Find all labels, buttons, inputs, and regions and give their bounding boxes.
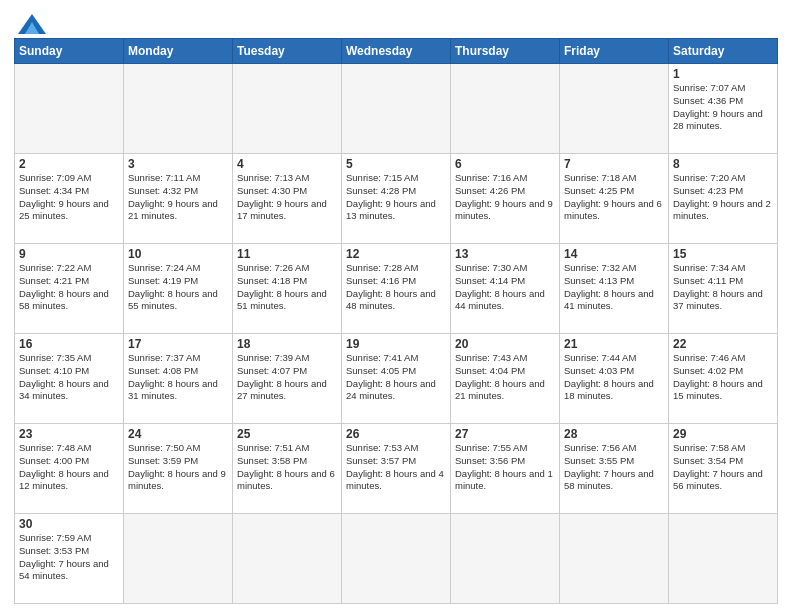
day-info: Sunrise: 7:46 AM Sunset: 4:02 PM Dayligh… xyxy=(673,352,773,403)
day-number: 4 xyxy=(237,157,337,171)
day-number: 11 xyxy=(237,247,337,261)
calendar-cell xyxy=(560,514,669,604)
calendar-cell: 19Sunrise: 7:41 AM Sunset: 4:05 PM Dayli… xyxy=(342,334,451,424)
day-info: Sunrise: 7:20 AM Sunset: 4:23 PM Dayligh… xyxy=(673,172,773,223)
day-number: 28 xyxy=(564,427,664,441)
day-number: 25 xyxy=(237,427,337,441)
calendar-cell: 24Sunrise: 7:50 AM Sunset: 3:59 PM Dayli… xyxy=(124,424,233,514)
calendar-cell: 23Sunrise: 7:48 AM Sunset: 4:00 PM Dayli… xyxy=(15,424,124,514)
day-info: Sunrise: 7:50 AM Sunset: 3:59 PM Dayligh… xyxy=(128,442,228,493)
day-info: Sunrise: 7:22 AM Sunset: 4:21 PM Dayligh… xyxy=(19,262,119,313)
day-number: 16 xyxy=(19,337,119,351)
calendar-cell xyxy=(342,64,451,154)
calendar-cell xyxy=(124,64,233,154)
day-header-friday: Friday xyxy=(560,39,669,64)
day-info: Sunrise: 7:09 AM Sunset: 4:34 PM Dayligh… xyxy=(19,172,119,223)
day-info: Sunrise: 7:44 AM Sunset: 4:03 PM Dayligh… xyxy=(564,352,664,403)
day-info: Sunrise: 7:07 AM Sunset: 4:36 PM Dayligh… xyxy=(673,82,773,133)
day-info: Sunrise: 7:15 AM Sunset: 4:28 PM Dayligh… xyxy=(346,172,446,223)
calendar-cell: 13Sunrise: 7:30 AM Sunset: 4:14 PM Dayli… xyxy=(451,244,560,334)
day-number: 12 xyxy=(346,247,446,261)
calendar-cell xyxy=(451,64,560,154)
day-info: Sunrise: 7:28 AM Sunset: 4:16 PM Dayligh… xyxy=(346,262,446,313)
day-number: 29 xyxy=(673,427,773,441)
calendar-page: SundayMondayTuesdayWednesdayThursdayFrid… xyxy=(0,0,792,612)
day-info: Sunrise: 7:32 AM Sunset: 4:13 PM Dayligh… xyxy=(564,262,664,313)
day-number: 23 xyxy=(19,427,119,441)
calendar-cell xyxy=(15,64,124,154)
calendar-cell: 12Sunrise: 7:28 AM Sunset: 4:16 PM Dayli… xyxy=(342,244,451,334)
calendar-cell: 27Sunrise: 7:55 AM Sunset: 3:56 PM Dayli… xyxy=(451,424,560,514)
calendar-cell: 17Sunrise: 7:37 AM Sunset: 4:08 PM Dayli… xyxy=(124,334,233,424)
day-number: 3 xyxy=(128,157,228,171)
day-headers-row: SundayMondayTuesdayWednesdayThursdayFrid… xyxy=(15,39,778,64)
day-number: 18 xyxy=(237,337,337,351)
day-number: 2 xyxy=(19,157,119,171)
calendar-cell: 1Sunrise: 7:07 AM Sunset: 4:36 PM Daylig… xyxy=(669,64,778,154)
day-number: 27 xyxy=(455,427,555,441)
calendar-cell: 16Sunrise: 7:35 AM Sunset: 4:10 PM Dayli… xyxy=(15,334,124,424)
day-number: 10 xyxy=(128,247,228,261)
calendar-cell: 21Sunrise: 7:44 AM Sunset: 4:03 PM Dayli… xyxy=(560,334,669,424)
day-header-saturday: Saturday xyxy=(669,39,778,64)
calendar-cell xyxy=(669,514,778,604)
calendar-cell: 15Sunrise: 7:34 AM Sunset: 4:11 PM Dayli… xyxy=(669,244,778,334)
calendar-cell xyxy=(560,64,669,154)
day-number: 15 xyxy=(673,247,773,261)
day-number: 5 xyxy=(346,157,446,171)
day-info: Sunrise: 7:53 AM Sunset: 3:57 PM Dayligh… xyxy=(346,442,446,493)
day-info: Sunrise: 7:30 AM Sunset: 4:14 PM Dayligh… xyxy=(455,262,555,313)
day-info: Sunrise: 7:34 AM Sunset: 4:11 PM Dayligh… xyxy=(673,262,773,313)
day-number: 26 xyxy=(346,427,446,441)
calendar-cell: 2Sunrise: 7:09 AM Sunset: 4:34 PM Daylig… xyxy=(15,154,124,244)
day-number: 13 xyxy=(455,247,555,261)
calendar-cell xyxy=(233,514,342,604)
calendar-cell: 14Sunrise: 7:32 AM Sunset: 4:13 PM Dayli… xyxy=(560,244,669,334)
logo-icon xyxy=(18,14,46,34)
day-header-tuesday: Tuesday xyxy=(233,39,342,64)
calendar-cell xyxy=(451,514,560,604)
calendar-cell xyxy=(233,64,342,154)
calendar-cell: 7Sunrise: 7:18 AM Sunset: 4:25 PM Daylig… xyxy=(560,154,669,244)
day-info: Sunrise: 7:58 AM Sunset: 3:54 PM Dayligh… xyxy=(673,442,773,493)
day-number: 17 xyxy=(128,337,228,351)
day-info: Sunrise: 7:11 AM Sunset: 4:32 PM Dayligh… xyxy=(128,172,228,223)
day-info: Sunrise: 7:48 AM Sunset: 4:00 PM Dayligh… xyxy=(19,442,119,493)
calendar-cell: 22Sunrise: 7:46 AM Sunset: 4:02 PM Dayli… xyxy=(669,334,778,424)
day-info: Sunrise: 7:56 AM Sunset: 3:55 PM Dayligh… xyxy=(564,442,664,493)
calendar-cell: 25Sunrise: 7:51 AM Sunset: 3:58 PM Dayli… xyxy=(233,424,342,514)
calendar-cell: 6Sunrise: 7:16 AM Sunset: 4:26 PM Daylig… xyxy=(451,154,560,244)
day-number: 6 xyxy=(455,157,555,171)
day-number: 20 xyxy=(455,337,555,351)
header xyxy=(14,10,778,34)
day-number: 19 xyxy=(346,337,446,351)
day-info: Sunrise: 7:35 AM Sunset: 4:10 PM Dayligh… xyxy=(19,352,119,403)
day-info: Sunrise: 7:43 AM Sunset: 4:04 PM Dayligh… xyxy=(455,352,555,403)
calendar-table: SundayMondayTuesdayWednesdayThursdayFrid… xyxy=(14,38,778,604)
calendar-cell: 11Sunrise: 7:26 AM Sunset: 4:18 PM Dayli… xyxy=(233,244,342,334)
calendar-cell: 20Sunrise: 7:43 AM Sunset: 4:04 PM Dayli… xyxy=(451,334,560,424)
day-number: 21 xyxy=(564,337,664,351)
day-number: 1 xyxy=(673,67,773,81)
calendar-cell: 18Sunrise: 7:39 AM Sunset: 4:07 PM Dayli… xyxy=(233,334,342,424)
calendar-cell: 26Sunrise: 7:53 AM Sunset: 3:57 PM Dayli… xyxy=(342,424,451,514)
week-row-4: 16Sunrise: 7:35 AM Sunset: 4:10 PM Dayli… xyxy=(15,334,778,424)
logo xyxy=(14,14,48,34)
week-row-6: 30Sunrise: 7:59 AM Sunset: 3:53 PM Dayli… xyxy=(15,514,778,604)
calendar-cell xyxy=(342,514,451,604)
calendar-cell: 9Sunrise: 7:22 AM Sunset: 4:21 PM Daylig… xyxy=(15,244,124,334)
calendar-cell: 29Sunrise: 7:58 AM Sunset: 3:54 PM Dayli… xyxy=(669,424,778,514)
day-info: Sunrise: 7:59 AM Sunset: 3:53 PM Dayligh… xyxy=(19,532,119,583)
day-number: 24 xyxy=(128,427,228,441)
day-header-wednesday: Wednesday xyxy=(342,39,451,64)
day-number: 8 xyxy=(673,157,773,171)
logo-area xyxy=(14,10,48,34)
week-row-5: 23Sunrise: 7:48 AM Sunset: 4:00 PM Dayli… xyxy=(15,424,778,514)
week-row-2: 2Sunrise: 7:09 AM Sunset: 4:34 PM Daylig… xyxy=(15,154,778,244)
calendar-cell: 28Sunrise: 7:56 AM Sunset: 3:55 PM Dayli… xyxy=(560,424,669,514)
calendar-cell: 30Sunrise: 7:59 AM Sunset: 3:53 PM Dayli… xyxy=(15,514,124,604)
day-number: 30 xyxy=(19,517,119,531)
day-info: Sunrise: 7:51 AM Sunset: 3:58 PM Dayligh… xyxy=(237,442,337,493)
calendar-cell: 5Sunrise: 7:15 AM Sunset: 4:28 PM Daylig… xyxy=(342,154,451,244)
day-number: 7 xyxy=(564,157,664,171)
